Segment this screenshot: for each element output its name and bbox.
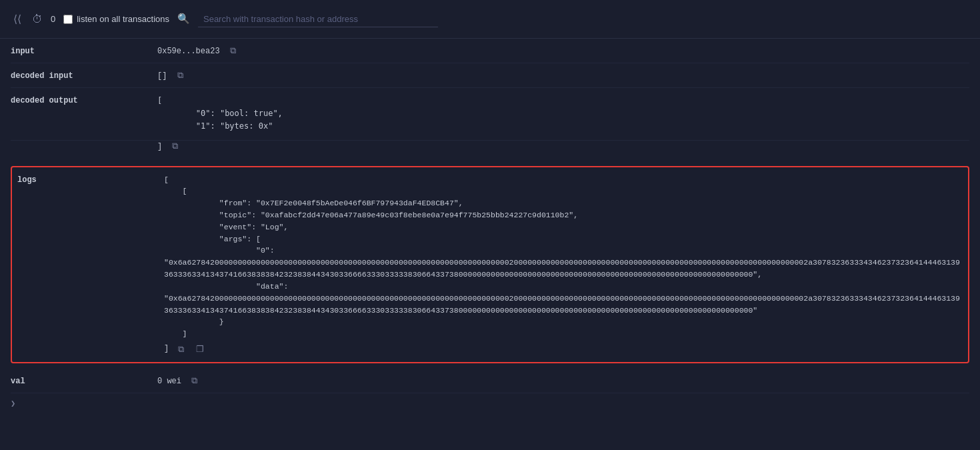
expand-icon: ❯	[11, 399, 15, 409]
decoded-input-value-text: []	[157, 71, 167, 81]
input-row: input 0x59e...bea23 ⧉	[11, 39, 969, 63]
listen-checkbox[interactable]	[63, 15, 73, 24]
copy-icon-2: ⧉	[177, 70, 183, 80]
collapse-icon: ⟨⟨	[13, 13, 21, 25]
decoded-output-close-row: ] ⧉	[11, 141, 969, 165]
input-value-text: 0x59e...bea23	[157, 47, 220, 56]
decoded-close-bracket: ]	[157, 142, 162, 151]
collapse-button[interactable]: ⟨⟨	[11, 11, 24, 27]
search-input[interactable]	[198, 11, 438, 27]
input-value: 0x59e...bea23 ⧉	[157, 45, 969, 56]
logs-close-bracket: ]	[164, 343, 169, 355]
copy-icon-6: ⧉	[191, 375, 197, 385]
val-value: 0 wei ⧉	[157, 375, 969, 386]
main-content: input 0x59e...bea23 ⧉ decoded input [] ⧉…	[0, 39, 980, 450]
bottom-expand-arrow[interactable]: ❯	[11, 393, 969, 414]
decoded-output-label: decoded output	[11, 95, 157, 105]
transaction-count: 0	[51, 14, 55, 24]
decoded-output-copy-button[interactable]: ⧉	[169, 141, 181, 151]
logs-value-text: [ [ "from": "0x7EF2e0048f5bAeDe046f6BF79…	[164, 174, 963, 340]
val-label: val	[11, 375, 157, 386]
logs-value: [ [ "from": "0x7EF2e0048f5bAeDe046f6BF79…	[164, 174, 963, 356]
logs-section: logs [ [ "from": "0x7EF2e0048f5bAeDe046f…	[11, 166, 969, 364]
logs-copy-button-1[interactable]: ⧉	[175, 344, 187, 355]
copy-icon-4: ⧉	[178, 344, 184, 354]
decoded-input-label: decoded input	[11, 70, 157, 81]
search-icon: 🔍	[177, 13, 190, 25]
decoded-output-value-text: [ "0": "bool: true", "1": "bytes: 0x"	[157, 95, 969, 133]
toolbar-left-icons: ⟨⟨ ⏱ 0	[11, 11, 55, 27]
listen-checkbox-wrap: listen on all transactions	[63, 14, 169, 24]
val-row: val 0 wei ⧉	[11, 369, 969, 393]
input-copy-button[interactable]: ⧉	[227, 45, 239, 56]
copy-icon-5: ❐	[196, 344, 204, 354]
timer-button[interactable]: ⏱	[29, 12, 45, 27]
logs-copy-button-2[interactable]: ❐	[193, 344, 207, 354]
listen-label: listen on all transactions	[77, 14, 169, 24]
timer-icon: ⏱	[32, 13, 43, 25]
input-label: input	[11, 45, 157, 56]
logs-row: logs [ [ "from": "0x7EF2e0048f5bAeDe046f…	[12, 167, 968, 363]
copy-icon: ⧉	[230, 45, 236, 55]
logs-label: logs	[17, 174, 164, 185]
decoded-output-close-value: ] ⧉	[157, 141, 969, 151]
val-value-text: 0 wei	[157, 377, 181, 386]
toolbar: ⟨⟨ ⏱ 0 listen on all transactions 🔍	[0, 0, 980, 39]
val-copy-button[interactable]: ⧉	[189, 375, 200, 386]
logs-icons-row: ] ⧉ ❐	[164, 343, 963, 355]
copy-icon-3: ⧉	[172, 141, 178, 151]
decoded-output-close-spacer	[11, 141, 157, 142]
decoded-input-row: decoded input [] ⧉	[11, 63, 969, 88]
decoded-output-row: decoded output [ "0": "bool: true", "1":…	[11, 88, 969, 141]
decoded-input-copy-button[interactable]: ⧉	[175, 70, 186, 81]
decoded-output-value: [ "0": "bool: true", "1": "bytes: 0x"	[157, 95, 969, 133]
decoded-input-value: [] ⧉	[157, 70, 969, 81]
